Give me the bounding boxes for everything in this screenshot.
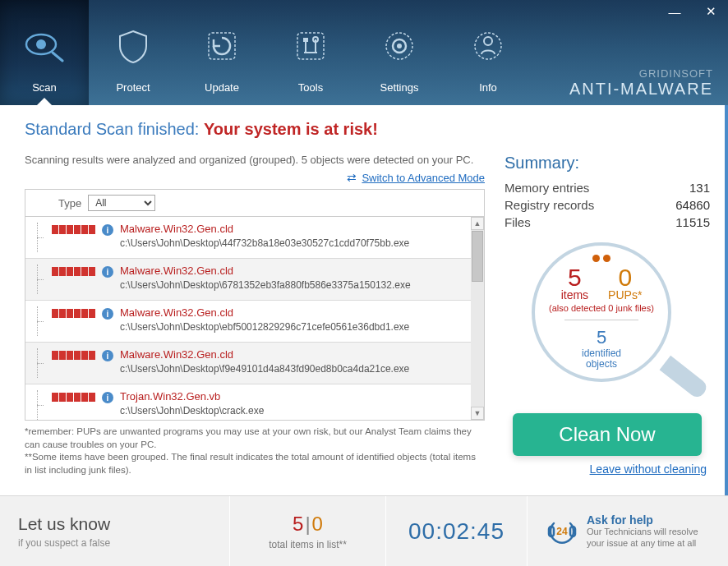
totals-subtitle: total items in list** [269,539,347,550]
nav-settings[interactable]: Settings [355,0,444,105]
tree-connector-icon [35,265,45,294]
top-toolbar: — ✕ Scan Protect Update Tools [0,0,728,105]
main-panel: Standard Scan finished: Your system is a… [0,105,728,495]
nav-protect-label: Protect [116,81,150,94]
threat-list: i Malware.Win32.Gen.cld c:\Users\John\De… [25,217,485,421]
info-icon[interactable]: i [102,392,113,403]
brand-logo: GRIDINSOFT ANTI-MALWARE [569,67,713,99]
type-filter-label: Type [58,197,81,209]
threat-name: Malware.Win32.Gen.cld [120,348,464,361]
threat-path: c:\Users\John\Desktop\44f732b8a18e03e305… [120,237,464,249]
info-icon[interactable]: i [102,350,113,361]
identified-label-2: objects [586,358,617,370]
threat-name: Malware.Win32.Gen.cld [120,265,464,277]
feedback-subtitle: if you suspect a false [18,537,211,549]
totals-orange: 0 [312,513,323,535]
gear-icon [381,28,417,67]
support-24-icon: 24 [546,515,578,548]
identified-count: 5 [597,327,606,348]
nav-info-label: Info [479,81,497,94]
elapsed-time-value: 00:02:45 [408,518,505,545]
tree-connector-icon [35,223,45,252]
tree-connector-icon [35,348,45,378]
summary-column: Summary: Memory entries 131 Registry rec… [505,154,710,476]
results-column: Scanning results were analyzed and organ… [25,154,485,476]
nav-info[interactable]: Info [444,0,532,105]
summary-memory-value: 131 [689,181,710,195]
help-title: Ask for help [587,513,710,527]
scrollbar-down-icon[interactable]: ▼ [471,407,484,420]
elapsed-time-section: 00:02:45 [386,496,528,566]
threat-path: c:\Users\John\Desktop\f9e49101d4a843fd90… [120,363,464,375]
feedback-title: Let us know [18,514,211,534]
shield-icon [115,28,151,67]
threat-row[interactable]: i Malware.Win32.Gen.cld c:\Users\John\De… [25,259,471,301]
summary-files-row: Files 11515 [505,214,710,231]
items-label: items [561,288,588,301]
summary-memory-label: Memory entries [505,181,589,195]
scan-status-risk: Your system is at risk! [204,120,378,138]
scan-icon [21,28,67,67]
leave-without-cleaning-link[interactable]: Leave without cleaning [505,462,710,476]
svg-rect-4 [297,33,324,59]
threat-name: Trojan.Win32.Gen.vb [120,390,464,403]
type-filter-row: Type All [25,189,485,217]
severity-bars-icon [52,351,95,360]
type-filter-select[interactable]: All [88,195,155,211]
tree-connector-icon [35,390,45,420]
analysis-summary-text: Scanning results were analyzed and organ… [25,154,485,166]
severity-bars-icon [52,393,95,402]
svg-text:24: 24 [556,526,568,537]
nav-scan-label: Scan [32,81,57,94]
help-subtitle: Our Technicians will resolve your issue … [587,527,710,548]
minimize-button[interactable]: — [657,0,692,23]
svg-point-11 [484,37,492,45]
severity-bars-icon [52,225,95,234]
items-count: 5 [561,265,588,290]
totals-separator: | [303,513,311,535]
threat-row[interactable]: i Malware.Win32.Gen.cld c:\Users\John\De… [25,217,471,259]
nav-scan[interactable]: Scan [0,0,89,105]
summary-memory-row: Memory entries 131 [505,179,710,196]
nav-update-label: Update [205,81,239,94]
severity-bars-icon [52,309,95,318]
magnifier-handle-icon [660,356,710,400]
tools-icon [293,28,329,67]
footnotes: *remember: PUPs are unwanted programs yo… [25,426,485,476]
threat-path: c:\Users\John\Desktop\6781352eb3fa880fb5… [120,279,464,291]
totals-section: 5|0 total items in list** [230,496,386,566]
summary-registry-row: Registry records 64860 [505,196,710,214]
divider [564,320,638,320]
info-icon[interactable]: i [102,224,113,236]
footnote-pups: *remember: PUPs are unwanted programs yo… [25,426,485,451]
switch-mode-row: ⇄ Switch to Advanced Mode [25,171,485,184]
summary-registry-value: 64860 [675,198,710,212]
scan-status-heading: Standard Scan finished: Your system is a… [25,120,710,139]
threat-row[interactable]: i Malware.Win32.Gen.cld c:\Users\John\De… [25,343,471,384]
tree-connector-icon [35,306,45,336]
threat-list-scrollbar[interactable]: ▲ ▼ [471,217,484,420]
scan-status-prefix: Standard Scan finished: [25,120,204,138]
switch-advanced-mode-link[interactable]: Switch to Advanced Mode [362,172,485,184]
pups-count: 0 [608,265,642,290]
nav-update[interactable]: Update [177,0,266,105]
nav-tools[interactable]: Tools [266,0,355,105]
scrollbar-up-icon[interactable]: ▲ [471,217,484,230]
scrollbar-thumb[interactable] [472,231,483,282]
info-icon[interactable]: i [102,308,113,320]
threat-name: Malware.Win32.Gen.cld [120,223,464,235]
info-icon[interactable]: i [102,266,113,278]
severity-bars-icon [52,267,95,276]
nav-protect[interactable]: Protect [89,0,177,105]
close-button[interactable]: ✕ [693,0,728,23]
feedback-section[interactable]: Let us know if you suspect a false [0,496,230,566]
clean-now-button[interactable]: Clean Now [513,413,702,456]
threat-row[interactable]: i Malware.Win32.Gen.cld c:\Users\John\De… [25,301,471,343]
threat-row[interactable]: i Trojan.Win32.Gen.vb c:\Users\John\Desk… [25,384,471,420]
nav-settings-label: Settings [380,81,419,94]
svg-rect-5 [303,38,308,42]
ask-for-help-section[interactable]: 24 Ask for help Our Technicians will res… [528,496,728,566]
summary-magnifier-graphic: 5 items 0 PUPs* (also detected 0 junk fi… [517,237,698,410]
info-icon [470,28,506,67]
threat-path: c:\Users\John\Desktop\ebf50012829296c71c… [120,321,464,333]
